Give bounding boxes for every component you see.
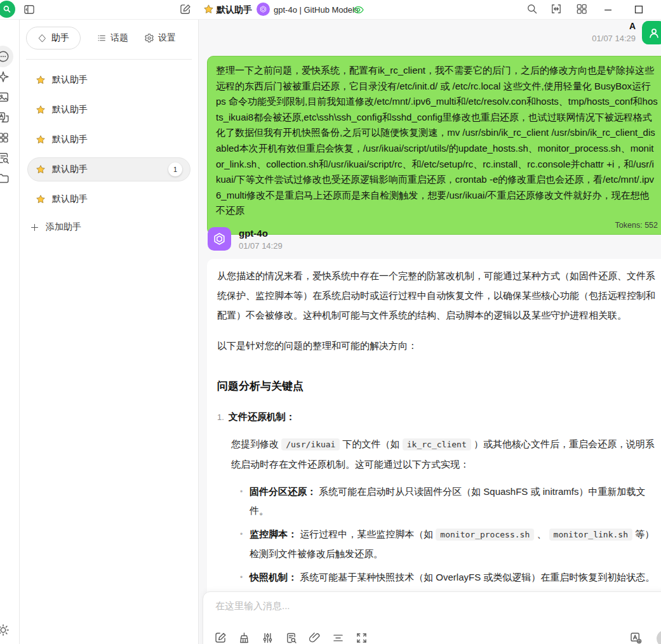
bullet-term: 快照机制： bbox=[250, 572, 297, 582]
bullet-term: 固件分区还原： bbox=[250, 486, 316, 497]
assistant-name: 默认助手 bbox=[52, 194, 88, 205]
sparkle-assistant-icon[interactable] bbox=[0, 70, 10, 84]
add-assistant-label: 添加助手 bbox=[46, 221, 81, 233]
inline-code: monitor_link.sh bbox=[549, 529, 632, 541]
text-run: 、 bbox=[534, 529, 549, 539]
message-input[interactable] bbox=[214, 599, 630, 628]
expand-window-icon[interactable] bbox=[550, 3, 563, 15]
assistant-name: 默认助手 bbox=[52, 134, 88, 145]
plus-icon bbox=[30, 223, 39, 232]
composer-right-tools bbox=[629, 631, 643, 644]
user-message-timestamp: 01/07 14:29 bbox=[592, 34, 636, 43]
star-icon bbox=[36, 194, 46, 204]
assistant-message-card: 从您描述的情况来看，爱快系统中存在一个完整的防篡改机制，可能通过某种方式（如固件… bbox=[207, 259, 661, 603]
assistant-list-item[interactable]: 默认助手 bbox=[27, 187, 190, 211]
maximize-window-icon[interactable] bbox=[632, 3, 645, 16]
user-message-bubble: 整理一下之前问题，爱快系统，配置有ik_rc_client，我不需要它的后门，之… bbox=[207, 56, 661, 235]
send-button[interactable]: ↑ bbox=[657, 630, 661, 644]
assistant-section-heading: 问题分析与关键点 bbox=[217, 379, 658, 393]
gear-icon bbox=[144, 33, 154, 43]
composer-toolbar bbox=[214, 631, 368, 644]
theme-sun-icon[interactable] bbox=[0, 623, 10, 637]
fullscreen-expand-icon[interactable] bbox=[355, 631, 368, 644]
assistant-message-header: gpt-4o 01/07 14:29 bbox=[208, 227, 283, 251]
collapse-sidebar-icon[interactable] bbox=[23, 3, 36, 16]
assistant-list-item-selected[interactable]: 默认助手 1 bbox=[27, 157, 190, 181]
translate-tool-icon[interactable] bbox=[0, 110, 10, 124]
text-run: 您提到修改 bbox=[231, 438, 281, 449]
model-settings-sliders-icon[interactable] bbox=[261, 631, 274, 644]
diamond-icon bbox=[37, 34, 47, 43]
knowledge-search-icon[interactable] bbox=[0, 151, 10, 165]
assistant-list-item[interactable]: 默认助手 bbox=[27, 98, 190, 122]
web-browsing-icon[interactable] bbox=[284, 631, 298, 644]
tab-settings[interactable]: 设置 bbox=[144, 32, 176, 44]
star-icon bbox=[36, 105, 46, 115]
message-composer: ↑ bbox=[203, 591, 661, 644]
tab-label: 话题 bbox=[110, 32, 128, 44]
apps-launcher-icon[interactable] bbox=[0, 131, 10, 145]
model-selector[interactable]: gpt-4o | GitHub Models bbox=[274, 5, 358, 15]
item-paragraph: 您提到修改 /usr/ikuai 下的文件（如 ik_rc_client ）或其… bbox=[231, 434, 658, 474]
user-sender-label: A bbox=[592, 21, 636, 31]
text-run: 系统可能基于某种快照技术（如 OverlayFS 或类似逻辑）在重启时恢复到初始… bbox=[297, 572, 655, 582]
tab-topics[interactable]: 话题 bbox=[97, 32, 128, 44]
bullet-item: 监控脚本： 运行过程中，某些监控脚本（如 monitor_process.sh … bbox=[240, 525, 658, 563]
tab-label: 设置 bbox=[158, 32, 176, 44]
tab-assistants[interactable]: 助手 bbox=[26, 27, 81, 49]
clear-context-broom-icon[interactable] bbox=[237, 631, 251, 644]
assistant-list-item[interactable]: 默认助手 bbox=[27, 68, 190, 92]
assistant-sidebar: 助手 话题 设置 默认助手 默认助手 默认助手 默认助手 1 bbox=[20, 19, 199, 644]
user-message-meta: A 01/07 14:29 bbox=[592, 21, 636, 43]
text-run: 运行过程中，某些监控脚本（如 bbox=[297, 529, 436, 539]
assistant-name: 默认助手 bbox=[52, 164, 88, 175]
inline-code: ik_rc_client bbox=[403, 438, 471, 450]
list-icon bbox=[97, 33, 107, 43]
current-assistant-title[interactable]: 默认助手 bbox=[217, 4, 252, 16]
translate-icon[interactable] bbox=[629, 631, 643, 644]
quote-lines-icon[interactable] bbox=[331, 631, 345, 644]
chat-area: A 01/07 14:29 整理一下之前问题，爱快系统，配置有ik_rc_cli… bbox=[199, 19, 661, 644]
star-icon bbox=[36, 75, 46, 85]
user-avatar[interactable] bbox=[642, 21, 661, 44]
assistant-message-timestamp: 01/07 14:29 bbox=[239, 241, 283, 251]
assistant-paragraph: 从您描述的情况来看，爱快系统中存在一个完整的防篡改机制，可能通过某种方式（如固件… bbox=[217, 266, 658, 325]
inline-code: monitor_process.sh bbox=[436, 529, 534, 541]
compose-icon[interactable] bbox=[214, 631, 227, 644]
assistant-paragraph: 以下是针对您的问题的整理和可能的解决方向： bbox=[217, 336, 658, 355]
assistant-name: 默认助手 bbox=[52, 104, 88, 115]
minimize-window-icon[interactable] bbox=[602, 3, 615, 16]
assistant-list-item[interactable]: 默认助手 bbox=[27, 128, 190, 152]
app-logo-icon bbox=[0, 1, 15, 18]
new-chat-icon[interactable] bbox=[179, 3, 192, 16]
sidebar-tabs: 助手 话题 设置 bbox=[20, 19, 198, 56]
numbered-item: 1.文件还原机制： bbox=[217, 410, 658, 424]
chat-sessions-icon[interactable] bbox=[0, 49, 10, 63]
assistant-name: 默认助手 bbox=[52, 74, 88, 86]
assistant-avatar[interactable] bbox=[208, 227, 231, 251]
search-icon[interactable] bbox=[526, 3, 538, 15]
bullet-term: 监控脚本： bbox=[250, 529, 297, 539]
unread-badge: 1 bbox=[168, 162, 182, 176]
bullet-list: 固件分区还原： 系统可能在启动时从只读固件分区（如 SquashFS 或 ini… bbox=[240, 482, 658, 603]
image-tool-icon[interactable] bbox=[0, 90, 10, 104]
inline-code: /usr/ikuai bbox=[281, 438, 340, 450]
assistant-model-name: gpt-4o bbox=[239, 228, 283, 239]
star-icon bbox=[203, 4, 214, 15]
attachment-paperclip-icon[interactable] bbox=[308, 631, 321, 644]
model-provider-icon bbox=[257, 3, 270, 16]
files-folder-icon[interactable] bbox=[0, 171, 10, 185]
tab-label: 助手 bbox=[51, 32, 69, 44]
item-number: 1. bbox=[217, 412, 224, 422]
text-run: 下的文件（如 bbox=[340, 438, 402, 449]
left-dock bbox=[0, 19, 20, 644]
bullet-item: 固件分区还原： 系统可能在启动时从只读固件分区（如 SquashFS 或 ini… bbox=[240, 482, 658, 520]
user-message-text: 整理一下之前问题，爱快系统，配置有ik_rc_client，我不需要它的后门，之… bbox=[216, 63, 658, 219]
star-icon bbox=[36, 135, 46, 145]
titlebar: 默认助手 gpt-4o | GitHub Models bbox=[0, 0, 661, 20]
item-title: 文件还原机制： bbox=[229, 411, 295, 422]
apps-grid-icon[interactable] bbox=[575, 3, 588, 15]
eye-icon[interactable] bbox=[352, 4, 364, 16]
add-assistant-button[interactable]: 添加助手 bbox=[30, 221, 198, 233]
bullet-item: 快照机制： 系统可能基于某种快照技术（如 OverlayFS 或类似逻辑）在重启… bbox=[240, 568, 658, 587]
